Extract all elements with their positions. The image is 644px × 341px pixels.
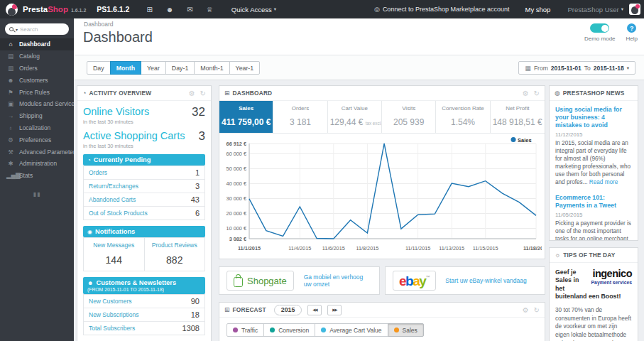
online-visitors-link[interactable]: Online Visitors — [83, 106, 149, 117]
quick-access-menu[interactable]: Quick Access ▾ — [231, 6, 276, 13]
news-item-body: Picking a payment provider is one of the… — [555, 220, 632, 241]
marketplace-icon: ◎ — [374, 6, 380, 13]
kpi-tab-conversion-rate[interactable]: Conversion Rate 1.54% — [436, 101, 490, 133]
toggle-average-cart-value[interactable]: Average Cart Value — [315, 323, 388, 337]
demo-mode-toggle[interactable] — [590, 23, 609, 33]
ebay-letter: b — [405, 274, 413, 288]
kpi-tab-net-profit[interactable]: Net Profit 148 918,51 € tax excl. — [491, 101, 545, 133]
toggle-traffic[interactable]: Traffic — [227, 323, 264, 337]
bar-chart-icon: ▂▅▇ — [6, 172, 15, 179]
demo-mode-control: Demo mode — [584, 23, 616, 42]
news-item-title[interactable]: Using social media for your business: 4 … — [555, 106, 632, 129]
product-reviews-cell[interactable]: Product Reviews 882 — [144, 238, 205, 271]
date-range-picker[interactable]: ▦ From 2015-11-01 To 2015-11-18 ▾ — [518, 61, 635, 75]
clock-icon: ◔ — [82, 90, 86, 97]
sidebar-item-orders[interactable]: ▥Orders — [0, 63, 74, 75]
notifications-table: New Messages 144 Product Reviews 882 — [83, 237, 205, 271]
table-row-total-subscribers[interactable]: Total Subscribers1308 — [84, 321, 204, 335]
dashboard-icon: ⌂ — [6, 40, 15, 48]
sidebar-item-administration[interactable]: ✱Administration — [0, 158, 74, 170]
kpi-tab-sales[interactable]: Sales 411 759,00 € tax excl. — [219, 101, 273, 133]
toggle-sales[interactable]: Sales — [388, 323, 424, 337]
row-value: 18 — [191, 310, 200, 319]
table-row-new-customers[interactable]: New Customers90 — [84, 295, 204, 308]
my-shop-link[interactable]: My shop — [525, 6, 550, 13]
range-button-month-1[interactable]: Month-1 — [194, 61, 229, 75]
sidebar-collapse-button[interactable]: ▮▮ — [0, 191, 74, 197]
rss-icon: ◍ — [555, 90, 560, 97]
range-button-year[interactable]: Year — [141, 61, 166, 75]
date-from: 2015-11-01 — [551, 65, 582, 72]
panel-tools: ⚙↻ — [523, 306, 540, 314]
gear-icon[interactable]: ⚙ — [189, 90, 195, 97]
table-row-orders[interactable]: Orders1 — [84, 166, 204, 179]
active-carts-row[interactable]: Active Shopping Carts 3 — [83, 130, 205, 142]
svg-text:11/8/2015: 11/8/2015 — [356, 245, 378, 251]
sidebar-item-dashboard[interactable]: ⌂Dashboard — [0, 38, 74, 50]
search-scope-caret-icon[interactable]: ▾ — [16, 27, 18, 32]
gear-icon[interactable]: ⚙ — [523, 90, 529, 97]
marketplace-link[interactable]: ◎ Connect to PrestaShop Marketplace acco… — [374, 6, 509, 13]
to-label: To — [584, 65, 591, 72]
clock-icon: ◔ — [87, 157, 91, 163]
help-icon[interactable]: ? — [627, 23, 636, 33]
next-year-button[interactable]: ▶▶ — [327, 305, 342, 315]
sidebar: ▾ ⌂Dashboard ▤Catalog ▥Orders ☻Customers… — [0, 18, 74, 341]
sidebar-item-shipping[interactable]: →Shipping — [0, 110, 74, 122]
customers-icon[interactable]: ☻ — [166, 6, 174, 13]
refresh-icon[interactable]: ↻ — [534, 90, 540, 97]
help-control: ? Help — [626, 23, 638, 42]
svg-text:66 912 €: 66 912 € — [227, 141, 246, 147]
messages-icon[interactable]: ✉ — [187, 6, 192, 13]
sidebar-item-modules[interactable]: ▣Modules and Services — [0, 98, 74, 110]
sidebar-item-label: Catalog — [19, 53, 40, 60]
range-button-year-1[interactable]: Year-1 — [229, 61, 261, 75]
kpi-tab-orders[interactable]: Orders 3 181 — [273, 101, 327, 133]
kpi-amount: 411 759,00 € — [222, 117, 271, 127]
search-input[interactable] — [20, 26, 55, 33]
topbar-right: ◎ Connect to PrestaShop Marketplace acco… — [374, 4, 644, 15]
range-button-day[interactable]: Day — [87, 61, 111, 75]
user-menu[interactable]: PrestaShop User ▾ — [567, 6, 623, 13]
cart-icon[interactable]: ⊞ — [146, 6, 152, 13]
shopgate-promo-link[interactable]: Ga mobiel en verhoog uw omzet — [304, 274, 372, 288]
gear-icon[interactable]: ⚙ — [523, 306, 529, 314]
previous-year-button[interactable]: ◀◀ — [307, 305, 322, 315]
table-row-returns[interactable]: Return/Exchanges3 — [84, 179, 204, 193]
sidebar-item-preferences[interactable]: ⚙Preferences — [0, 134, 74, 146]
sidebar-item-advanced-parameters[interactable]: ⚒Advanced Parameters — [0, 146, 74, 158]
new-messages-cell[interactable]: New Messages 144 — [84, 238, 144, 271]
sidebar-item-customers[interactable]: ☻Customers — [0, 74, 74, 86]
range-button-group: Day Month Year Day-1 Month-1 Year-1 — [87, 61, 260, 75]
kpi-tab-cart-value[interactable]: Cart Value 129,44 € tax excl. — [328, 101, 382, 133]
section-title: Notifications — [95, 228, 135, 235]
avatar[interactable] — [629, 4, 640, 15]
sidebar-item-stats[interactable]: ▂▅▇Stats — [0, 170, 74, 182]
toggle-label: Traffic — [241, 327, 258, 334]
ebay-promo-panel: ebay ™ Start uw eBay-winkel vandaag — [385, 266, 545, 295]
sidebar-item-price-rules[interactable]: ⚑Price Rules — [0, 86, 74, 98]
forecast-year-pill[interactable]: 2015 — [274, 305, 302, 315]
kpi-value: 148 918,51 € tax excl. — [493, 117, 542, 127]
online-visitors-value: 32 — [192, 106, 205, 118]
online-visitors-row[interactable]: Online Visitors 32 — [83, 106, 205, 118]
panel-tools: ⚙↻ — [523, 90, 540, 97]
refresh-icon[interactable]: ↻ — [534, 306, 540, 314]
range-button-month[interactable]: Month — [110, 61, 141, 75]
news-item-title[interactable]: Ecommerce 101: Payments in a Tweet — [555, 194, 632, 210]
ebay-promo-link[interactable]: Start uw eBay-winkel vandaag — [445, 277, 526, 284]
toggle-conversion[interactable]: Conversion — [263, 323, 315, 337]
refresh-icon[interactable]: ↻ — [200, 90, 206, 97]
table-row-out-of-stock[interactable]: Out of Stock Products6 — [84, 206, 204, 220]
active-carts-link[interactable]: Active Shopping Carts — [83, 130, 185, 141]
customers-icon: ☻ — [6, 77, 15, 84]
sidebar-item-localization[interactable]: ♁Localization — [0, 122, 74, 134]
shopgate-promo-panel: Shopgate Ga mobiel en verhoog uw omzet — [219, 266, 380, 295]
table-row-new-subscriptions[interactable]: New Subscriptions18 — [84, 308, 204, 321]
trophy-icon[interactable]: ♕ — [207, 6, 213, 13]
read-more-link[interactable]: Read more — [589, 179, 618, 185]
kpi-tab-visits[interactable]: Visits 205 939 — [382, 101, 436, 133]
range-button-day-1[interactable]: Day-1 — [165, 61, 195, 75]
sidebar-item-catalog[interactable]: ▤Catalog — [0, 50, 74, 63]
table-row-abandoned-carts[interactable]: Abandoned Carts43 — [84, 193, 204, 206]
